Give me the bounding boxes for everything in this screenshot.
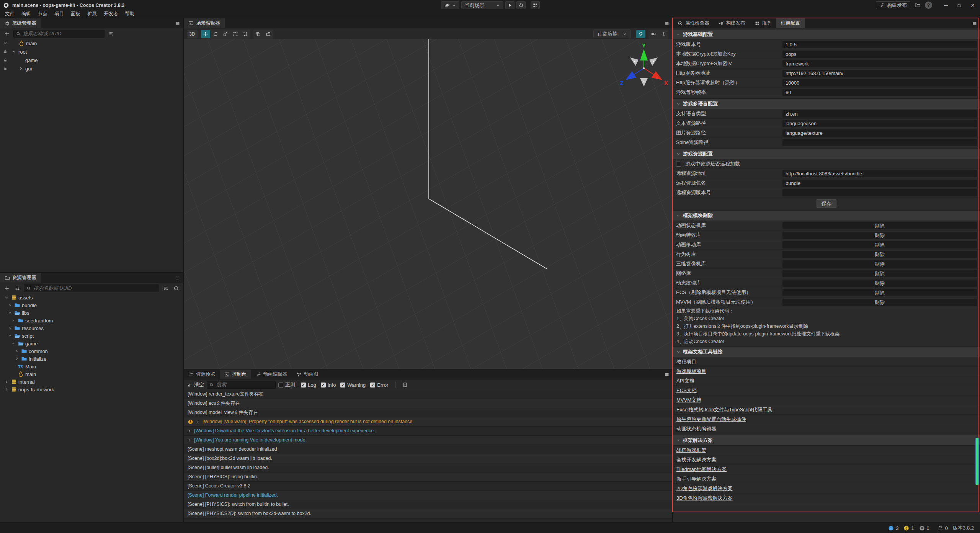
doc-link[interactable]: API文档 [676, 378, 694, 384]
axis-gizmo[interactable]: Y X Z [617, 43, 671, 94]
assets-refresh-button[interactable] [172, 284, 180, 292]
console-search-input[interactable]: 搜索 [207, 381, 276, 389]
tab-asset-preview[interactable]: 资源预览 [184, 370, 220, 379]
assets-panel-menu-icon[interactable] [172, 273, 183, 283]
asset-node[interactable]: common [0, 347, 183, 355]
asset-node[interactable]: oops-framework [0, 386, 183, 393]
menu-item[interactable]: 项目 [51, 10, 67, 18]
field-value-input[interactable] [782, 189, 977, 196]
scene-select[interactable]: 当前场景 [461, 1, 503, 9]
asset-node[interactable]: assets [0, 294, 183, 301]
log-row[interactable]: [Scene] [PHYSICS2D]: switch from box2d-w… [184, 509, 672, 518]
section-header-game-basic[interactable]: 游戏基础配置 [673, 29, 980, 40]
filter-info-checkbox[interactable]: ✓ [321, 383, 326, 387]
minimize-button[interactable]: ─ [941, 2, 951, 8]
menu-item[interactable]: 面板 [67, 10, 84, 18]
field-value-input[interactable]: 10000 [782, 79, 977, 87]
expander-icon[interactable] [188, 429, 191, 433]
save-button[interactable]: 保存 [817, 199, 836, 208]
preview-device-select[interactable] [441, 1, 459, 9]
solution-link[interactable]: 新手引导解决方案 [676, 476, 716, 482]
chevron-open-icon[interactable] [11, 50, 17, 54]
tab-assets[interactable]: 资源管理器 [0, 273, 41, 283]
hierarchy-node[interactable]: main [0, 39, 183, 47]
doc-link[interactable]: Excel格式转Json文件与TypeScript代码工具 [676, 406, 773, 413]
chevron-closed-icon[interactable] [7, 303, 13, 307]
chevron-closed-icon[interactable] [4, 380, 9, 384]
asset-node[interactable]: script [0, 332, 183, 340]
chevron-closed-icon[interactable] [7, 326, 13, 330]
close-button[interactable]: ✕ [968, 2, 978, 8]
open-log-file-button[interactable] [401, 381, 409, 389]
field-value-input[interactable]: 60 [782, 89, 977, 96]
field-value-input[interactable]: 1.0.5 [782, 41, 977, 48]
asset-node[interactable]: initialize [0, 355, 183, 363]
tab-console[interactable]: 控制台 [220, 370, 251, 379]
doc-link[interactable]: MVVM文档 [676, 397, 701, 404]
chevron-down-icon[interactable] [2, 41, 8, 46]
doc-link[interactable]: 动画状态机编辑器 [676, 425, 716, 432]
solution-link[interactable]: Tiledmap地图解决方案 [676, 466, 727, 473]
section-header-game-res[interactable]: 游戏资源配置 [673, 149, 980, 159]
section-header-game-i18n[interactable]: 游戏多语言配置 [673, 98, 980, 109]
doc-link[interactable]: ECS文档 [676, 387, 697, 394]
gizmo-tool-button[interactable] [241, 30, 250, 38]
field-value-input[interactable]: framework [782, 60, 977, 67]
pivot-toggle-button[interactable] [254, 30, 263, 38]
assets-sort-button[interactable] [13, 284, 21, 292]
expander-icon[interactable] [196, 420, 200, 424]
play-button[interactable] [505, 1, 514, 9]
maximize-button[interactable] [954, 3, 964, 8]
render-mode-select[interactable]: 正常渲染 [593, 29, 631, 38]
log-row[interactable]: [Scene] [PHYSICS]: using builtin. [184, 473, 672, 482]
chevron-closed-icon[interactable] [18, 67, 24, 70]
remove-module-button[interactable]: 剔除 [782, 270, 977, 277]
section-header-doc-links[interactable]: 框架文档工具链接 [673, 347, 980, 357]
chevron-open-icon[interactable] [4, 296, 9, 299]
regex-checkbox[interactable] [278, 383, 283, 387]
open-project-folder-button[interactable] [914, 2, 921, 9]
log-row[interactable]: [Window] ecs文件夹存在 [184, 399, 672, 408]
remove-module-button[interactable]: 剔除 [782, 299, 977, 306]
scene-viewport[interactable]: Y X Z [184, 39, 672, 369]
asset-node[interactable]: TSMain [0, 363, 183, 370]
asset-node[interactable]: game [0, 340, 183, 347]
section-header-module-trim[interactable]: 框架模块剔除 [673, 210, 980, 221]
hierarchy-node[interactable]: game [0, 56, 183, 64]
hierarchy-node[interactable]: gui [0, 64, 183, 73]
section-header-solutions[interactable]: 框架解决方案 [673, 435, 980, 446]
notification-counter[interactable]: 0 [938, 525, 948, 531]
asset-node[interactable]: resources [0, 324, 183, 332]
chevron-closed-icon[interactable] [11, 319, 16, 322]
asset-node[interactable]: libs [0, 309, 183, 317]
asset-node[interactable]: internal [0, 378, 183, 386]
hierarchy-panel-menu-icon[interactable] [172, 18, 183, 28]
light-toggle-button[interactable] [636, 30, 645, 38]
log-row[interactable]: [Scene] Forward render pipeline initiali… [184, 491, 672, 500]
build-publish-button[interactable]: 构建发布 [876, 1, 910, 9]
doc-link[interactable]: 原生包热更新配置自动生成插件 [676, 416, 746, 423]
solution-link[interactable]: 全栈开发解决方案 [676, 456, 716, 463]
doc-link[interactable]: 教程项目 [676, 358, 696, 365]
field-value-input[interactable]: language/texture [782, 129, 977, 137]
chevron-closed-icon[interactable] [14, 349, 20, 353]
inspector-panel-menu-icon[interactable] [969, 18, 980, 28]
remove-module-button[interactable]: 剔除 [782, 222, 977, 229]
field-value-input[interactable]: bundle [782, 180, 977, 187]
create-asset-button[interactable] [3, 284, 11, 292]
move-tool-button[interactable] [201, 30, 210, 38]
menu-item[interactable]: 开发者 [100, 10, 122, 18]
scene-settings-button[interactable] [659, 30, 668, 38]
hierarchy-node[interactable]: root [0, 47, 183, 56]
assets-search-input[interactable]: 搜索名称或 UUID [24, 284, 159, 292]
tab-animation-graph[interactable]: 动画图 [292, 370, 323, 379]
tab-animation-editor[interactable]: 动画编辑器 [251, 370, 292, 379]
rotate-tool-button[interactable] [211, 30, 220, 38]
log-row[interactable]: [Window] Download the Vue Devtools exten… [184, 427, 672, 436]
asset-node[interactable]: seedrandom [0, 317, 183, 324]
solution-link[interactable]: 战棋游戏框架 [676, 447, 706, 454]
scale-tool-button[interactable] [221, 30, 230, 38]
remove-module-button[interactable]: 剔除 [782, 280, 977, 287]
doc-link[interactable]: 游戏模板项目 [676, 368, 706, 375]
menu-item[interactable]: 扩展 [84, 10, 100, 18]
